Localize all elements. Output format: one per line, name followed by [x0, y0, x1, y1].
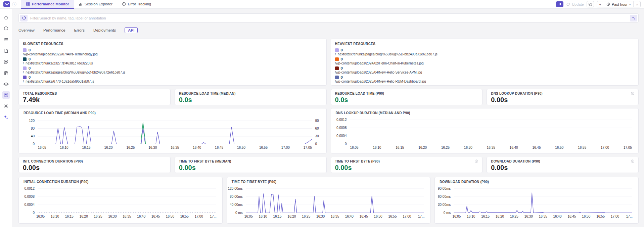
series-color-swatch [23, 76, 27, 79]
axis-tick-label: 0 ms [444, 211, 451, 215]
sidebar-item-rum[interactable] [2, 91, 10, 99]
series-color-swatch [23, 48, 27, 52]
metric-title: RESOURCE LOAD TIME (P90) [335, 92, 384, 95]
series-color-swatch [335, 57, 339, 61]
axis-tick-label: 16:25 [510, 215, 518, 218]
series-color-swatch [335, 76, 339, 79]
resource-list-item[interactable]: 0 /wp-content/uploads/2025/04/New-Relic-… [335, 66, 635, 74]
search-input[interactable] [30, 16, 627, 20]
resource-list-item[interactable]: 0 /wp-content/uploads/2022/07/Aws-Termin… [23, 48, 322, 56]
sidebar-item-document[interactable] [2, 47, 10, 55]
metric-value: 0.0s [179, 96, 322, 104]
copy-button[interactable] [587, 1, 594, 7]
resource-list-item[interactable]: 0 /wp-content/uploads/2024/02/Helm-Chart… [335, 57, 635, 65]
tab-session-explorer[interactable]: Session Explorer [74, 0, 117, 9]
axis-tick-label: 16:25 [441, 146, 450, 149]
axis-tick-label: 80.00ms [230, 195, 242, 198]
info-icon[interactable] [631, 92, 634, 95]
view-tab-errors[interactable]: Errors [74, 28, 85, 32]
metric-card: TIME TO FIRST BYTE (MEDIAN) 0.00s [175, 157, 327, 173]
series-color-swatch [23, 57, 27, 61]
sidebar-item-chat[interactable] [2, 58, 10, 66]
resource-path: /_next/static/chunks/2327.f1f46381c7de32… [23, 61, 322, 65]
chart-canvas[interactable] [350, 118, 633, 144]
metric-value: 0.00s [179, 164, 322, 172]
home-icon [3, 15, 9, 20]
axis-tick-label: 80 [31, 127, 35, 130]
expand-nav-button[interactable]: › [12, 2, 16, 6]
resource-list-item[interactable]: 0 /_next/static/chunks/2327.f1f46381c7de… [23, 57, 322, 65]
info-icon[interactable] [475, 160, 478, 163]
resource-value: 0 [341, 66, 343, 70]
chart-title: TIME TO FIRST BYTE (P90) [229, 180, 427, 184]
metric-title: DNS LOOKUP DURATION (P90) [491, 92, 543, 95]
chart-title: DNS LOOKUP DURATION (MEDIAN AND P90) [333, 111, 635, 115]
axis-tick-label: 17:00 [403, 215, 411, 218]
tab-performance-monitor[interactable]: Performance Monitor [21, 0, 74, 9]
info-icon[interactable] [631, 160, 634, 163]
chart-canvas[interactable] [246, 187, 424, 213]
axis-tick-label: 17:00 [601, 146, 609, 149]
chevron-down-icon: ▾ [629, 2, 631, 6]
product-tabs: Performance Monitor Session Explorer Err… [21, 0, 156, 9]
view-tab-performance[interactable]: Performance [43, 28, 65, 32]
axis-tick-label: 16:50 [582, 215, 590, 218]
sidebar-item-home[interactable] [2, 13, 10, 21]
view-tab-overview[interactable]: Overview [18, 28, 35, 32]
axis-tick-label: 17:00 [281, 146, 290, 149]
copy-icon [588, 2, 592, 6]
metric-title: TOTAL RESOURCES [23, 92, 57, 95]
axis-tick-label: 16:20 [496, 215, 504, 218]
y-axis-right [632, 118, 635, 150]
y-axis-left: 120.00ms80.00ms40.00ms0 ms [229, 187, 246, 213]
sidebar-item-bot[interactable] [2, 80, 10, 88]
grid-icon [26, 2, 30, 6]
tab-error-tracking[interactable]: Error Tracking [117, 0, 156, 9]
resource-list-item[interactable]: 0 /wp-content/uploads/2025/04/New-Relic-… [335, 75, 635, 83]
middleware-logo[interactable] [3, 1, 10, 7]
y-axis-right: 9060300 [312, 118, 323, 144]
time-back-button[interactable]: « [597, 1, 604, 7]
sidebar-item-ai-assistant[interactable] [2, 113, 10, 121]
axis-tick-label: 16:55 [180, 215, 189, 218]
y-axis-left: 0.00120.00080.00040 [21, 187, 38, 213]
resource-list-item[interactable]: 0 /_next/static/chunks/6770-13a1da5f9b01… [23, 75, 322, 83]
axis-tick-label: 0.0012 [24, 187, 35, 190]
metric-value: 0.00s [491, 96, 634, 104]
sidebar-item-dashboards[interactable] [2, 69, 10, 77]
y-axis-right [632, 187, 635, 219]
chart-canvas[interactable] [38, 187, 216, 213]
update-button[interactable]: Update [566, 2, 584, 6]
axis-tick-label: 16:25 [302, 215, 310, 218]
sidebar-item-logs[interactable] [2, 36, 10, 44]
resource-list-item[interactable]: 0 /_next/static/chunks/pages/blog/%5Bslu… [23, 66, 322, 74]
slowest-resources-panel: SLOWEST RESOURCES 0 /wp-content/uploads/… [18, 39, 327, 86]
chart-canvas[interactable] [454, 187, 632, 213]
chart-canvas[interactable] [38, 118, 312, 144]
left-sidebar [0, 9, 12, 227]
chart-title: RESOURCE LOAD TIME (MEDIAN AND P90) [21, 111, 323, 115]
metric-card: DOWNLOAD DURATION (P90) 0.00s [487, 157, 639, 173]
view-tab-deployments[interactable]: Deployments [93, 28, 116, 32]
axis-tick-label: 16:10 [51, 215, 59, 218]
axis-tick-label: 30 [315, 134, 319, 138]
ai-sparkle-icon [3, 115, 9, 120]
sidebar-item-settings[interactable] [2, 102, 10, 110]
chart-title: INITIAL CONNECTION DURATION (P90) [21, 180, 219, 184]
resource-path: /_next/static/chunks/pages/blog/%5Bslug%… [23, 71, 322, 74]
metric-title: DOWNLOAD DURATION (P90) [491, 160, 540, 163]
time-forward-button[interactable]: » [634, 1, 640, 7]
axis-tick-label: 17:05 [624, 146, 632, 149]
ai-sparkle-button[interactable] [630, 15, 637, 21]
axis-tick-label: 16:55 [259, 146, 268, 149]
view-tab-api[interactable]: API [125, 27, 138, 33]
resource-list-item[interactable]: 0 /_next/static/chunks/pages/blog/%5Bslu… [335, 48, 635, 56]
sidebar-item-browser[interactable] [2, 25, 10, 33]
panel-title: SLOWEST RESOURCES [23, 42, 322, 46]
axis-tick-label: 16:20 [418, 146, 427, 149]
pause-button[interactable] [556, 1, 563, 7]
time-range-dropdown[interactable]: Past hour ▾ [604, 1, 634, 7]
resource-path: /wp-content/uploads/2025/04/New-Relic-Se… [335, 71, 635, 74]
dashboards-icon [3, 70, 9, 76]
axis-tick-label: 0 [315, 142, 317, 146]
